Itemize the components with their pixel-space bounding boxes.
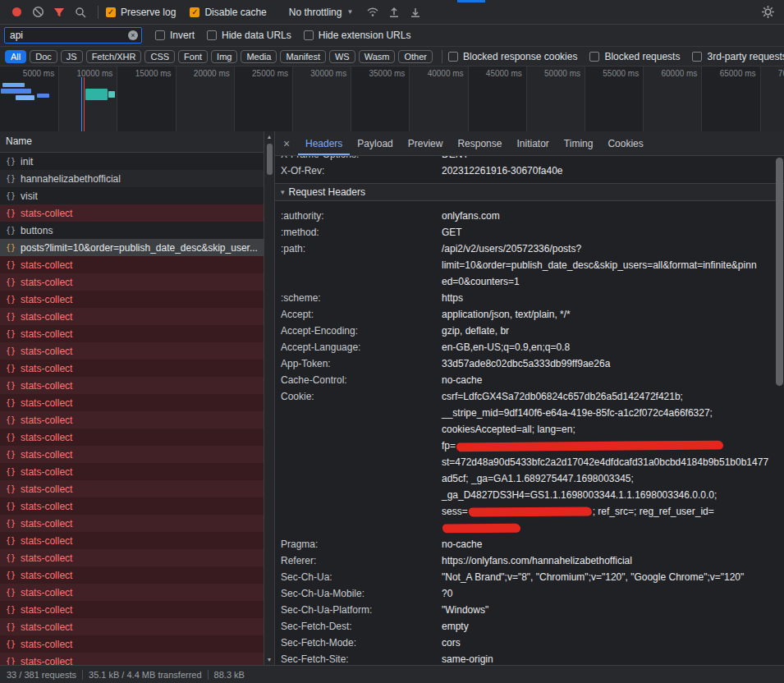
invert-checkbox[interactable]: Invert bbox=[155, 30, 195, 41]
import-har-button[interactable] bbox=[406, 3, 425, 21]
scrollbar-thumb[interactable] bbox=[267, 144, 273, 175]
details-tab-response[interactable]: Response bbox=[450, 131, 509, 155]
request-row[interactable]: {}stats-collect bbox=[0, 308, 264, 325]
close-details-icon[interactable]: × bbox=[275, 131, 298, 155]
request-row[interactable]: {}stats-collect bbox=[0, 584, 264, 601]
request-row[interactable]: {}stats-collect bbox=[0, 532, 264, 549]
request-row[interactable]: {}posts?limit=10&order=publish_date_desc… bbox=[0, 239, 264, 256]
header-value-line: no-cache bbox=[442, 536, 769, 552]
request-row[interactable]: {}stats-collect bbox=[0, 394, 264, 411]
filter-chip-ws[interactable]: WS bbox=[329, 50, 355, 63]
request-row[interactable]: {}stats-collect bbox=[0, 429, 264, 446]
request-row[interactable]: {}stats-collect bbox=[0, 291, 264, 308]
script-braces-icon: {} bbox=[6, 639, 16, 649]
filter-chip-manifest[interactable]: Manifest bbox=[280, 50, 326, 63]
name-column-header[interactable]: Name bbox=[0, 131, 264, 153]
filter-chip-js[interactable]: JS bbox=[61, 50, 83, 63]
script-braces-icon: {} bbox=[6, 191, 16, 200]
details-tab-payload[interactable]: Payload bbox=[350, 131, 400, 155]
header-row: Sec-Fetch-Mode:cors bbox=[275, 635, 784, 651]
filter-chip-css[interactable]: CSS bbox=[144, 50, 175, 63]
clear-filter-icon[interactable]: × bbox=[128, 30, 138, 40]
request-row[interactable]: {}stats-collect bbox=[0, 549, 264, 566]
hide-extension-urls-checkbox[interactable]: Hide extension URLs bbox=[304, 30, 411, 41]
request-row[interactable]: {}stats-collect bbox=[0, 342, 264, 360]
scroll-down-icon[interactable]: ▼ bbox=[264, 654, 274, 665]
request-row[interactable]: {}stats-collect bbox=[0, 463, 264, 480]
transferred-size[interactable]: 35.1 kB / 4.4 MB transferred bbox=[89, 670, 202, 680]
script-braces-icon: {} bbox=[6, 571, 16, 580]
details-tab-timing[interactable]: Timing bbox=[557, 131, 601, 155]
resources-size[interactable]: 88.3 kB bbox=[214, 670, 245, 680]
timeline-overview[interactable]: 5000 ms10000 ms15000 ms20000 ms25000 ms3… bbox=[0, 66, 784, 132]
export-har-button[interactable] bbox=[384, 3, 404, 21]
header-name: Accept-Language: bbox=[275, 339, 442, 355]
header-name: Sec-Ch-Ua: bbox=[275, 569, 442, 585]
request-row[interactable]: {}stats-collect bbox=[0, 377, 264, 394]
status-divider bbox=[208, 670, 209, 680]
details-tab-cookies[interactable]: Cookies bbox=[600, 131, 650, 155]
details-content: X-Frame-Options:DENYX-Of-Rev:20231226191… bbox=[275, 156, 784, 665]
filter-chip-fetch-xhr[interactable]: Fetch/XHR bbox=[86, 50, 142, 63]
request-row[interactable]: {}visit bbox=[0, 187, 264, 204]
header-value-line: 33d57ade8c02dbc5a333db99ff9ae26a bbox=[442, 355, 769, 372]
request-row[interactable]: {}stats-collect bbox=[0, 446, 264, 463]
filter-checkbox-3rd-party-requests[interactable]: 3rd-party requests bbox=[692, 51, 784, 62]
request-row[interactable]: {}stats-collect bbox=[0, 256, 264, 273]
settings-button[interactable] bbox=[758, 3, 777, 21]
header-row: :authority:onlyfans.com bbox=[275, 208, 784, 224]
request-name: stats-collect bbox=[21, 621, 72, 633]
request-row[interactable]: {}stats-collect bbox=[0, 515, 264, 532]
header-value-text: "Not_A Brand";v="8", "Chromium";v="120",… bbox=[442, 571, 744, 583]
filter-chip-font[interactable]: Font bbox=[178, 50, 208, 63]
request-row[interactable]: {}stats-collect bbox=[0, 653, 264, 665]
filter-chip-doc[interactable]: Doc bbox=[30, 50, 57, 63]
details-tab-initiator[interactable]: Initiator bbox=[509, 131, 556, 155]
request-row[interactable]: {}hannahelizabethofficial bbox=[0, 170, 264, 187]
details-tab-preview[interactable]: Preview bbox=[401, 131, 451, 155]
request-name: stats-collect bbox=[21, 484, 72, 495]
preserve-log-checkbox[interactable]: ✓ Preserve log bbox=[106, 7, 176, 18]
request-row[interactable]: {}stats-collect bbox=[0, 480, 264, 497]
request-name: stats-collect bbox=[21, 552, 72, 564]
clear-network-log-button[interactable] bbox=[28, 3, 48, 21]
request-row[interactable]: {}stats-collect bbox=[0, 411, 264, 429]
filter-toggle-button[interactable] bbox=[49, 3, 69, 21]
filter-chip-img[interactable]: Img bbox=[211, 50, 237, 63]
search-button[interactable] bbox=[71, 3, 90, 21]
requests-count[interactable]: 33 / 381 requests bbox=[7, 670, 76, 680]
request-list-scrollbar[interactable]: ▲ ▼ bbox=[264, 131, 274, 665]
request-row[interactable]: {}stats-collect bbox=[0, 497, 264, 515]
request-row[interactable]: {}init bbox=[0, 153, 264, 170]
request-row[interactable]: {}stats-collect bbox=[0, 204, 264, 222]
request-row[interactable]: {}stats-collect bbox=[0, 360, 264, 377]
record-button[interactable] bbox=[7, 3, 26, 21]
request-row[interactable]: {}stats-collect bbox=[0, 618, 264, 635]
request-headers-section[interactable]: ▾ Request Headers bbox=[275, 183, 784, 201]
filter-chip-wasm[interactable]: Wasm bbox=[359, 50, 396, 63]
request-row[interactable]: {}stats-collect bbox=[0, 566, 264, 584]
timeline-label: 45000 ms bbox=[486, 69, 522, 78]
throttling-select[interactable]: No throttling ▼ bbox=[289, 7, 354, 18]
request-name: stats-collect bbox=[21, 449, 72, 461]
filter-checkbox-blocked-response-cookies[interactable]: Blocked response cookies bbox=[448, 51, 577, 62]
header-row: Cache-Control:no-cache bbox=[275, 372, 784, 388]
request-row[interactable]: {}stats-collect bbox=[0, 273, 264, 291]
request-name: stats-collect bbox=[21, 639, 72, 650]
filter-chip-media[interactable]: Media bbox=[241, 50, 277, 63]
hide-data-urls-checkbox[interactable]: Hide data URLs bbox=[207, 30, 291, 41]
request-row[interactable]: {}stats-collect bbox=[0, 325, 264, 342]
request-row[interactable]: {}stats-collect bbox=[0, 601, 264, 618]
filter-checkbox-blocked-requests[interactable]: Blocked requests bbox=[589, 51, 680, 62]
filter-chip-all[interactable]: All bbox=[5, 50, 26, 63]
filter-chip-other[interactable]: Other bbox=[398, 50, 433, 63]
request-row[interactable]: {}stats-collect bbox=[0, 635, 264, 653]
network-conditions-button[interactable] bbox=[363, 3, 383, 21]
scroll-up-icon[interactable]: ▲ bbox=[264, 131, 274, 142]
filter-input[interactable] bbox=[4, 27, 142, 44]
details-tab-headers[interactable]: Headers bbox=[298, 131, 350, 155]
details-scrollbar-thumb[interactable] bbox=[776, 158, 783, 386]
disable-cache-checkbox[interactable]: ✓ Disable cache bbox=[190, 7, 266, 18]
request-row[interactable]: {}buttons bbox=[0, 222, 264, 239]
header-name: Cache-Control: bbox=[275, 372, 442, 388]
